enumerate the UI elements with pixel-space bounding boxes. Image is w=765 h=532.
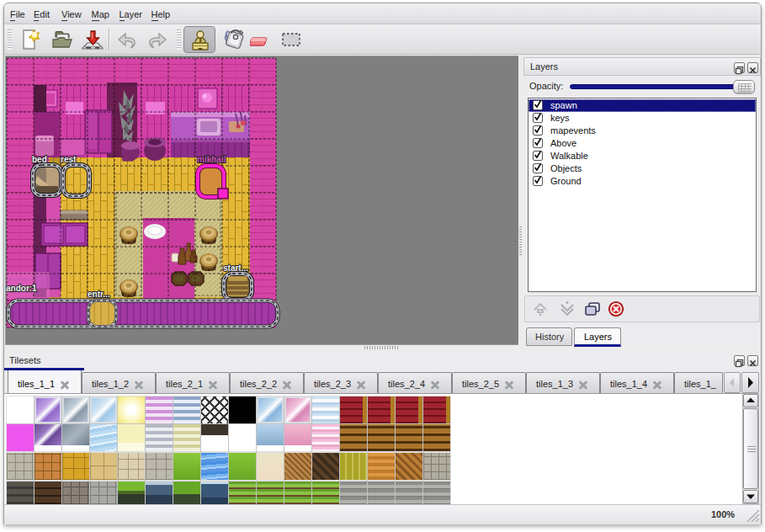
svg-text:entr...: entr... [88, 290, 110, 299]
svg-text:start...: start... [223, 263, 248, 273]
svg-text:bed: bed [32, 155, 47, 164]
svg-text:rest: rest [61, 155, 77, 164]
svg-text:mikhail: mikhail [197, 155, 226, 164]
svg-text:andor:1: andor:1 [6, 284, 37, 293]
